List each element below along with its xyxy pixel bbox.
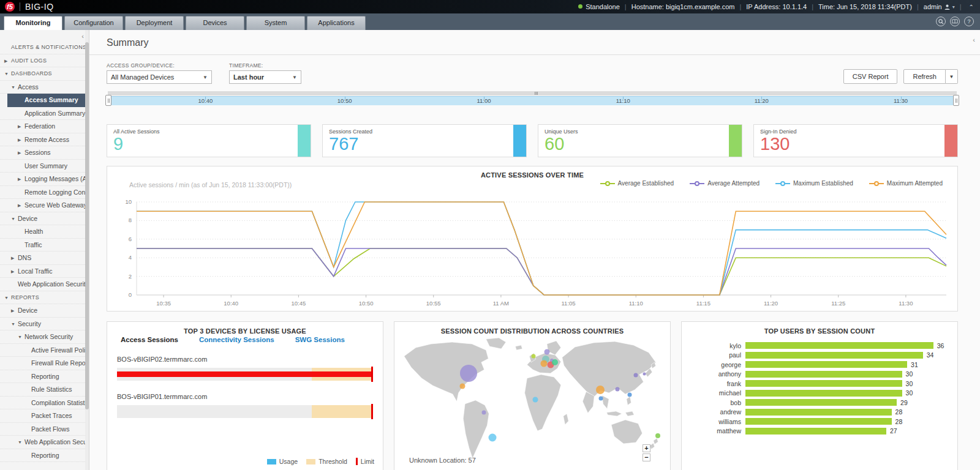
sidebar-scrollbar[interactable]: [85, 30, 89, 470]
map-zoom-out-button[interactable]: −: [643, 453, 650, 461]
metric-card-unique-users[interactable]: Unique Users60: [538, 124, 742, 157]
refresh-button[interactable]: Refresh: [903, 69, 946, 84]
sidebar-item-logging-messages-all-[interactable]: ▶Logging Messages (All): [0, 173, 89, 186]
user-session-bar[interactable]: [745, 390, 902, 397]
user-session-bar[interactable]: [745, 361, 907, 368]
session-count-bubble[interactable]: [596, 386, 605, 394]
sidebar-item-local-traffic[interactable]: ▶Local Traffic: [0, 265, 89, 278]
timeframe-select[interactable]: Last hour ▼: [229, 70, 301, 84]
map-zoom-in-button[interactable]: +: [643, 444, 650, 452]
limit-marker: [371, 404, 373, 419]
header-info-item: Time: Jun 15, 2018 11:34(PDT): [818, 3, 912, 10]
user-session-bar[interactable]: [745, 399, 897, 406]
user-session-bar[interactable]: [745, 342, 933, 349]
chevron-right-icon: ▶: [18, 120, 21, 133]
sidebar-item-secure-web-gateway[interactable]: ▶Secure Web Gateway: [0, 199, 89, 212]
timeline-left-handle[interactable]: [105, 95, 111, 106]
docs-book-icon[interactable]: [950, 17, 960, 26]
license-tab-access-sessions[interactable]: Access Sessions: [121, 336, 178, 343]
timeline-right-handle[interactable]: [953, 95, 959, 106]
timeline-selected-range[interactable]: 10:4010:5011:0011:1011:2011:30: [108, 96, 957, 105]
sidebar-item-reporting[interactable]: Reporting: [0, 449, 89, 463]
session-count-bubble[interactable]: [460, 365, 477, 382]
sidebar-item-access-summary[interactable]: Access Summary: [7, 94, 89, 107]
sidebar-item-device[interactable]: ▼Device: [0, 212, 89, 226]
sidebar-item-compilation-statistics[interactable]: Compilation Statistics: [0, 397, 89, 410]
sidebar-item-health[interactable]: Health: [0, 225, 89, 239]
user-session-bar[interactable]: [745, 352, 923, 359]
user-session-bar[interactable]: [745, 371, 902, 378]
sidebar-item-device[interactable]: ▶Device: [0, 304, 89, 318]
session-count-bubble[interactable]: [481, 410, 486, 414]
session-count-bubble[interactable]: [633, 373, 638, 378]
sidebar-item-remote-access[interactable]: ▶Remote Access: [0, 133, 89, 147]
sidebar-item-access[interactable]: ▼Access: [0, 81, 89, 94]
world-map[interactable]: Unknown Location: 57 + −: [401, 338, 664, 468]
sidebar-item-dashboards[interactable]: ▼DASHBOARDS: [0, 67, 89, 81]
sidebar-item-security[interactable]: ▼Security: [0, 318, 89, 331]
metric-card-sessions-created[interactable]: Sessions Created767: [322, 124, 527, 157]
sidebar-item-audit-logs[interactable]: ▶AUDIT LOGS: [0, 54, 89, 68]
sidebar-item-federation[interactable]: ▶Federation: [0, 120, 89, 133]
session-count-bubble[interactable]: [544, 349, 549, 354]
nav-tab-configuration[interactable]: Configuration: [64, 16, 123, 30]
sidebar-item-sessions[interactable]: ▶Sessions: [0, 146, 89, 160]
sidebar-item-dns[interactable]: ▶DNS: [0, 252, 89, 265]
session-count-bubble[interactable]: [532, 354, 536, 359]
timeline-track[interactable]: [108, 91, 957, 95]
search-icon[interactable]: [936, 17, 946, 26]
svg-text:11:20: 11:20: [764, 300, 778, 307]
sidebar-item-reports[interactable]: ▼REPORTS: [0, 291, 89, 305]
sidebar-item-traffic[interactable]: Traffic: [0, 239, 89, 252]
sidebar-collapse-icon[interactable]: ‹: [81, 32, 84, 40]
metric-card-all-active-sessions[interactable]: All Active Sessions9: [107, 124, 311, 157]
sidebar-item-packet-traces[interactable]: Packet Traces: [0, 409, 89, 423]
license-tab-swg-sessions[interactable]: SWG Sessions: [295, 336, 345, 343]
session-count-bubble[interactable]: [655, 433, 660, 438]
sidebar-item-packet-flows[interactable]: Packet Flows: [0, 423, 89, 436]
session-count-bubble[interactable]: [488, 434, 496, 442]
nav-tab-devices[interactable]: Devices: [186, 16, 244, 30]
session-count-bubble[interactable]: [643, 372, 646, 375]
nav-tab-system[interactable]: System: [246, 16, 305, 30]
user-session-bar[interactable]: [745, 409, 892, 416]
session-count-bubble[interactable]: [599, 397, 603, 401]
panel-collapse-icon[interactable]: ‹: [973, 36, 975, 43]
sidebar-item-web-application-security[interactable]: ▼Web Application Security: [0, 436, 89, 449]
user-session-bar[interactable]: [745, 418, 892, 425]
nav-tab-monitoring[interactable]: Monitoring: [4, 16, 62, 30]
user-session-value: 30: [906, 389, 913, 397]
sidebar-item-label: Rule Statistics: [31, 386, 72, 393]
session-count-bubble[interactable]: [541, 360, 548, 367]
sidebar-item-active-firewall-policies[interactable]: Active Firewall Policies: [0, 344, 89, 357]
user-menu[interactable]: admin ▾: [924, 3, 955, 10]
user-session-bar[interactable]: [745, 380, 902, 387]
sidebar-item-user-summary[interactable]: User Summary: [0, 160, 89, 173]
timeline-grip-handle[interactable]: [532, 92, 540, 95]
session-count-bubble[interactable]: [532, 397, 538, 402]
nav-tab-deployment[interactable]: Deployment: [125, 16, 184, 30]
session-count-bubble[interactable]: [459, 384, 465, 389]
chevron-up-icon[interactable]: ⌃: [969, 4, 974, 10]
license-tab-connectivity-sessions[interactable]: Connectivity Sessions: [199, 336, 274, 343]
sidebar-item-alerts-notifications[interactable]: ALERTS & NOTIFICATIONS: [0, 41, 89, 54]
csv-report-button[interactable]: CSV Report: [843, 69, 898, 84]
session-count-bubble[interactable]: [628, 393, 632, 397]
timeframe-label: TIMEFRAME:: [229, 62, 301, 69]
sidebar-item-reporting[interactable]: Reporting: [0, 370, 89, 384]
help-icon[interactable]: ?: [964, 17, 974, 26]
session-count-bubble[interactable]: [552, 359, 558, 365]
sidebar-item-web-application-security[interactable]: Web Application Security: [0, 278, 89, 291]
refresh-dropdown-caret[interactable]: ▼: [946, 69, 958, 84]
sidebar-item-network-security[interactable]: ▼Network Security: [0, 330, 89, 344]
metric-card-sign-in-denied[interactable]: Sign-In Denied130: [753, 124, 958, 157]
access-group-select[interactable]: All Managed Devices ▼: [107, 70, 212, 84]
user-session-bar[interactable]: [745, 428, 886, 435]
nav-tab-applications[interactable]: Applications: [307, 16, 366, 30]
sidebar-item-rule-statistics[interactable]: Rule Statistics: [0, 383, 89, 397]
svg-text:11:25: 11:25: [831, 300, 845, 307]
sidebar-item-firewall-rule-reports[interactable]: Firewall Rule Reports: [0, 357, 89, 370]
sidebar-item-application-summary[interactable]: Application Summary: [0, 107, 89, 121]
sidebar-item-remote-logging-configuration[interactable]: Remote Logging Configuration: [0, 186, 89, 200]
session-count-bubble[interactable]: [615, 387, 619, 391]
